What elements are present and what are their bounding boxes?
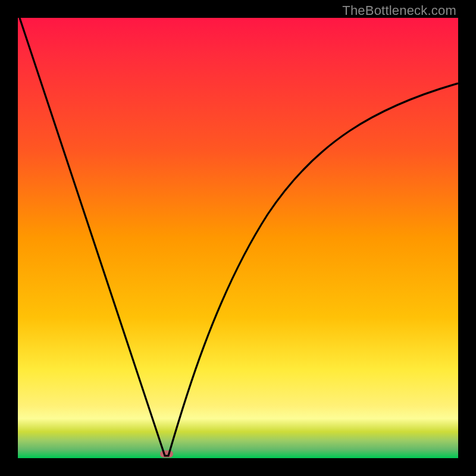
bottleneck-curve bbox=[18, 18, 458, 458]
plot-area bbox=[18, 18, 458, 458]
watermark-text: TheBottleneck.com bbox=[342, 3, 456, 18]
chart-frame: TheBottleneck.com bbox=[0, 0, 476, 476]
curve-path bbox=[20, 18, 458, 456]
